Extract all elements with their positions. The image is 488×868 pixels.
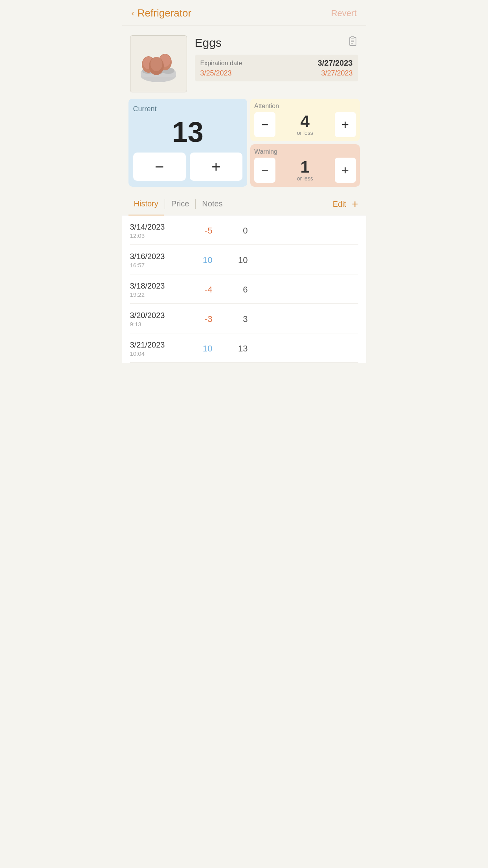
tab-notes[interactable]: Notes xyxy=(196,193,228,215)
warning-value-area: 1 or less xyxy=(278,159,332,182)
history-date: 3/18/2023 xyxy=(130,281,181,291)
tab-divider-1 xyxy=(165,199,165,209)
history-total: 3 xyxy=(224,314,248,324)
current-label: Current xyxy=(133,105,157,113)
history-date: 3/20/2023 xyxy=(130,311,181,320)
tab-edit[interactable]: Edit xyxy=(329,193,350,215)
attention-sublabel: or less xyxy=(278,130,332,136)
header-divider xyxy=(122,26,366,26)
attention-value: 4 xyxy=(278,113,332,130)
warning-controls: − 1 or less + xyxy=(254,158,356,183)
expiry-range-start: 3/25/2023 xyxy=(200,69,232,77)
history-time: 10:04 xyxy=(130,350,181,357)
current-decrement-button[interactable]: − xyxy=(133,153,186,181)
history-change: 10 xyxy=(181,344,213,354)
warning-decrement-button[interactable]: − xyxy=(254,158,275,183)
history-time: 12:03 xyxy=(130,232,181,239)
history-date-col: 3/20/2023 9:13 xyxy=(130,311,181,327)
product-image xyxy=(130,35,187,92)
revert-button[interactable]: Revert xyxy=(331,8,357,18)
history-row: 3/18/2023 19:22 -4 6 xyxy=(130,274,358,304)
history-date-col: 3/14/2023 12:03 xyxy=(130,223,181,239)
attention-panel: Attention − 4 or less + xyxy=(250,99,360,141)
header-title: Refrigerator xyxy=(138,7,191,19)
current-btn-row: − + xyxy=(133,153,243,181)
clipboard-icon[interactable] xyxy=(347,35,358,50)
expiry-date-bold: 3/27/2023 xyxy=(318,59,353,68)
tab-add-button[interactable]: + xyxy=(350,194,360,214)
tab-price[interactable]: Price xyxy=(166,193,195,215)
history-date-col: 3/21/2023 10:04 xyxy=(130,340,181,357)
warning-panel: Warning − 1 or less + xyxy=(250,144,360,187)
history-total: 10 xyxy=(224,255,248,265)
history-time: 9:13 xyxy=(130,321,181,327)
tabs-row: History Price Notes Edit + xyxy=(122,193,366,215)
svg-rect-12 xyxy=(351,37,354,38)
egg-carton-illustration xyxy=(137,42,180,86)
history-total: 0 xyxy=(224,226,248,236)
history-time: 16:57 xyxy=(130,262,181,268)
history-row: 3/14/2023 12:03 -5 0 xyxy=(130,215,358,245)
expiry-row-1: Expiration date 3/27/2023 xyxy=(200,59,353,68)
warning-sublabel: or less xyxy=(278,175,332,182)
product-card: Eggs Expiration date 3/27/2023 3/25/2023… xyxy=(122,32,366,99)
history-date: 3/14/2023 xyxy=(130,223,181,232)
warning-increment-button[interactable]: + xyxy=(335,158,356,183)
expiry-box: Expiration date 3/27/2023 3/25/2023 3/27… xyxy=(195,55,358,81)
tab-divider-2 xyxy=(195,199,196,209)
history-change: 10 xyxy=(181,255,213,265)
right-panels: Attention − 4 or less + Warning − 1 or l… xyxy=(250,99,360,187)
history-change: -5 xyxy=(181,226,213,236)
product-info: Eggs Expiration date 3/27/2023 3/25/2023… xyxy=(195,35,358,81)
header-left: ‹ Refrigerator xyxy=(132,7,192,19)
warning-value: 1 xyxy=(278,159,332,175)
attention-label: Attention xyxy=(254,103,356,110)
attention-increment-button[interactable]: + xyxy=(335,112,356,137)
tab-history[interactable]: History xyxy=(128,193,164,215)
header: ‹ Refrigerator Revert xyxy=(122,0,366,26)
history-row: 3/20/2023 9:13 -3 3 xyxy=(130,304,358,333)
attention-value-area: 4 or less xyxy=(278,113,332,136)
history-change: -4 xyxy=(181,285,213,295)
history-change: -3 xyxy=(181,314,213,324)
current-increment-button[interactable]: + xyxy=(190,153,242,181)
history-date: 3/21/2023 xyxy=(130,340,181,349)
svg-point-10 xyxy=(150,57,162,71)
product-name: Eggs xyxy=(195,36,222,50)
counter-area: Current 13 − + Attention − 4 or less + W… xyxy=(122,99,366,193)
attention-controls: − 4 or less + xyxy=(254,112,356,137)
history-date: 3/16/2023 xyxy=(130,252,181,261)
history-row: 3/21/2023 10:04 10 13 xyxy=(130,333,358,363)
product-name-row: Eggs xyxy=(195,35,358,50)
attention-decrement-button[interactable]: − xyxy=(254,112,275,137)
history-row: 3/16/2023 16:57 10 10 xyxy=(130,245,358,274)
history-time: 19:22 xyxy=(130,291,181,298)
current-value: 13 xyxy=(133,118,243,146)
history-list: 3/14/2023 12:03 -5 0 3/16/2023 16:57 10 … xyxy=(122,215,366,363)
history-date-col: 3/18/2023 19:22 xyxy=(130,281,181,298)
warning-label: Warning xyxy=(254,148,356,155)
history-date-col: 3/16/2023 16:57 xyxy=(130,252,181,268)
current-panel: Current 13 − + xyxy=(128,99,248,187)
expiry-range-end: 3/27/2023 xyxy=(321,69,352,77)
history-total: 6 xyxy=(224,285,248,295)
expiry-row-2: 3/25/2023 3/27/2023 xyxy=(200,69,353,77)
expiry-label: Expiration date xyxy=(200,60,242,67)
back-icon[interactable]: ‹ xyxy=(132,8,134,18)
history-total: 13 xyxy=(224,344,248,354)
